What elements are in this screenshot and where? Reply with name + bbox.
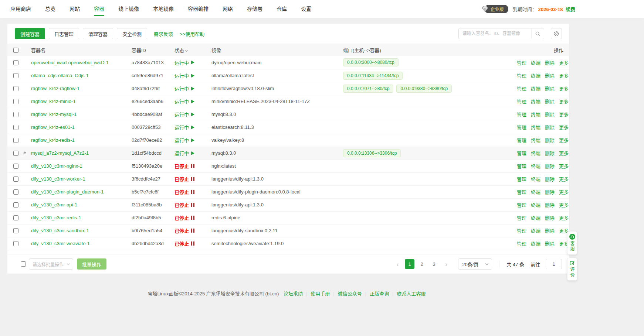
action-manage[interactable]: 管理	[517, 125, 526, 130]
action-delete[interactable]: 删除	[545, 138, 555, 143]
batch-action-select[interactable]: 请选择批量操作	[29, 258, 73, 270]
container-name-link[interactable]: ragflow_kr4z-es01-1	[31, 124, 75, 130]
license-badge[interactable]: 企业版	[485, 5, 508, 13]
action-delete[interactable]: 删除	[545, 73, 555, 79]
action-more[interactable]: 更多	[559, 215, 569, 221]
row-checkbox[interactable]	[13, 164, 18, 169]
container-name-link[interactable]: ragflow_kr4z-redis-1	[31, 137, 75, 143]
action-terminal[interactable]: 终端	[531, 151, 540, 156]
container-name-link[interactable]: dify_v130_c3mr-sandbox-1	[31, 228, 89, 233]
action-delete[interactable]: 删除	[545, 202, 555, 208]
action-delete[interactable]: 删除	[545, 189, 555, 195]
nav-tab-registry[interactable]: 仓库	[277, 0, 287, 18]
container-name-link[interactable]: dify_v130_c3mr-plugin_daemon-1	[31, 189, 104, 195]
nav-tab-compose[interactable]: 容器编排	[188, 0, 209, 18]
renew-link[interactable]: 续费	[566, 7, 575, 12]
action-terminal[interactable]: 终端	[531, 164, 540, 169]
page-button-1[interactable]: 1	[405, 259, 414, 269]
action-terminal[interactable]: 终端	[531, 99, 540, 104]
action-manage[interactable]: 管理	[517, 176, 526, 182]
action-delete[interactable]: 删除	[545, 151, 555, 156]
action-more[interactable]: 更多	[559, 164, 569, 169]
action-manage[interactable]: 管理	[517, 164, 526, 169]
action-manage[interactable]: 管理	[517, 86, 526, 92]
action-terminal[interactable]: 终端	[531, 125, 540, 130]
action-more[interactable]: 更多	[559, 112, 569, 117]
nav-tab-volumes[interactable]: 存储卷	[247, 0, 262, 18]
support-widget[interactable]: 客服	[567, 231, 577, 255]
action-delete[interactable]: 删除	[545, 164, 555, 169]
nav-tab-container[interactable]: 容器	[94, 0, 104, 18]
log-manage-button[interactable]: 日志管理	[49, 28, 79, 39]
action-terminal[interactable]: 终端	[531, 60, 540, 66]
footer-link-license-check[interactable]: 正版查询	[370, 291, 389, 296]
action-terminal[interactable]: 终端	[531, 112, 540, 117]
action-manage[interactable]: 管理	[517, 73, 526, 79]
action-manage[interactable]: 管理	[517, 189, 526, 195]
action-terminal[interactable]: 终端	[531, 138, 540, 143]
container-name-link[interactable]: dify_v130_c3mr-api-1	[31, 202, 77, 208]
action-more[interactable]: 更多	[559, 99, 569, 104]
action-delete[interactable]: 删除	[545, 60, 555, 66]
row-checkbox[interactable]	[13, 86, 18, 91]
nav-tab-settings[interactable]: 设置	[301, 0, 311, 18]
container-name-link[interactable]: mysql_a7z2-mysql_A7z2-1	[31, 150, 89, 156]
container-name-link[interactable]: ollama_cdjs-ollama_Cdjs-1	[31, 73, 89, 78]
nav-tab-app-store[interactable]: 应用商店	[10, 0, 31, 18]
nav-tab-overview[interactable]: 总览	[45, 0, 55, 18]
action-delete[interactable]: 删除	[545, 86, 555, 92]
page-button-3[interactable]: 3	[429, 259, 439, 269]
action-delete[interactable]: 删除	[545, 176, 555, 182]
action-more[interactable]: 更多	[559, 202, 569, 208]
container-name-link[interactable]: dify_v130_c3mr-worker-1	[31, 176, 85, 182]
row-checkbox[interactable]	[13, 176, 18, 182]
nav-tab-online-images[interactable]: 线上镜像	[118, 0, 139, 18]
action-more[interactable]: 更多	[559, 60, 569, 66]
feedback-link[interactable]: 需求反馈	[154, 30, 173, 37]
action-delete[interactable]: 删除	[545, 125, 555, 130]
container-name-link[interactable]: ragflow_kr4z-minio-1	[31, 99, 76, 104]
footer-link-manual[interactable]: 使用手册	[311, 291, 330, 296]
action-delete[interactable]: 删除	[545, 215, 555, 221]
settings-button[interactable]	[551, 28, 562, 39]
action-terminal[interactable]: 终端	[531, 73, 540, 79]
action-terminal[interactable]: 终端	[531, 202, 540, 208]
container-name-link[interactable]: ragflow_kr4z-ragflow-1	[31, 86, 80, 91]
nav-tab-network[interactable]: 网络	[223, 0, 233, 18]
review-widget[interactable]: 评价	[567, 258, 577, 281]
row-checkbox[interactable]	[13, 73, 18, 78]
nav-tab-website[interactable]: 网站	[70, 0, 80, 18]
action-more[interactable]: 更多	[559, 73, 569, 79]
container-name-link[interactable]: dify_v130_c3mr-weaviate-1	[31, 241, 90, 246]
header-status-filter[interactable]: 状态	[172, 44, 209, 56]
row-checkbox[interactable]	[13, 202, 18, 208]
action-terminal[interactable]: 终端	[531, 241, 540, 247]
footer-link-wechat-official[interactable]: 微信公众号	[338, 291, 362, 296]
container-name-link[interactable]: dify_v130_c3mr-redis-1	[31, 215, 81, 220]
help-link[interactable]: >>使用帮助	[180, 30, 204, 37]
action-manage[interactable]: 管理	[517, 112, 526, 117]
row-checkbox[interactable]	[13, 99, 18, 104]
row-checkbox[interactable]	[13, 60, 18, 65]
search-input[interactable]	[459, 28, 531, 39]
container-name-link[interactable]: openwebui_iwcd-openwebui_iwcD-1	[31, 60, 109, 65]
action-more[interactable]: 更多	[559, 138, 569, 143]
footer-link-forum-help[interactable]: 论坛求助	[284, 291, 303, 296]
footer-link-contact-support[interactable]: 联系人工客服	[397, 291, 426, 296]
next-page-button[interactable]: ›	[441, 259, 451, 269]
action-delete[interactable]: 删除	[545, 228, 555, 234]
action-more[interactable]: 更多	[559, 125, 569, 130]
row-checkbox[interactable]	[13, 189, 18, 195]
action-manage[interactable]: 管理	[517, 215, 526, 221]
row-checkbox[interactable]	[13, 112, 18, 117]
action-more[interactable]: 更多	[559, 189, 569, 195]
action-manage[interactable]: 管理	[517, 60, 526, 66]
container-name-link[interactable]: ragflow_kr4z-mysql-1	[31, 112, 77, 117]
action-manage[interactable]: 管理	[517, 99, 526, 104]
row-checkbox[interactable]	[13, 215, 18, 220]
container-name-link[interactable]: dify_v130_c3mr-nginx-1	[31, 163, 82, 169]
page-button-2[interactable]: 2	[417, 259, 427, 269]
create-container-button[interactable]: 创建容器	[15, 28, 45, 39]
action-more[interactable]: 更多	[559, 151, 569, 156]
action-more[interactable]: 更多	[559, 176, 569, 182]
